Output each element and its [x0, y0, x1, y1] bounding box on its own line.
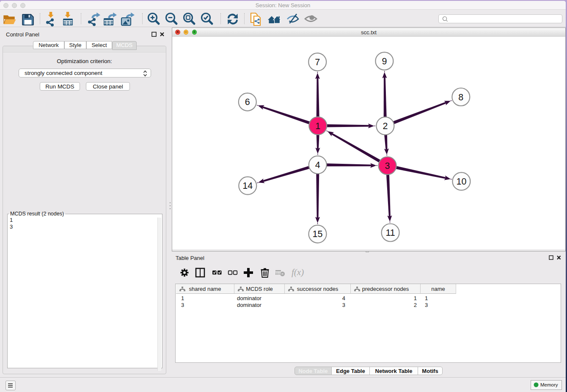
svg-text:2: 2 — [383, 121, 388, 131]
svg-text:9: 9 — [382, 56, 387, 66]
svg-text:14: 14 — [242, 181, 253, 191]
svg-text:1: 1 — [315, 121, 320, 131]
svg-text:3: 3 — [385, 161, 390, 171]
svg-text:7: 7 — [315, 57, 320, 67]
svg-text:4: 4 — [315, 160, 320, 170]
svg-text:10: 10 — [456, 177, 466, 187]
svg-text:11: 11 — [385, 228, 395, 238]
svg-text:8: 8 — [458, 92, 463, 102]
svg-text:6: 6 — [245, 97, 250, 107]
svg-text:15: 15 — [313, 229, 323, 239]
